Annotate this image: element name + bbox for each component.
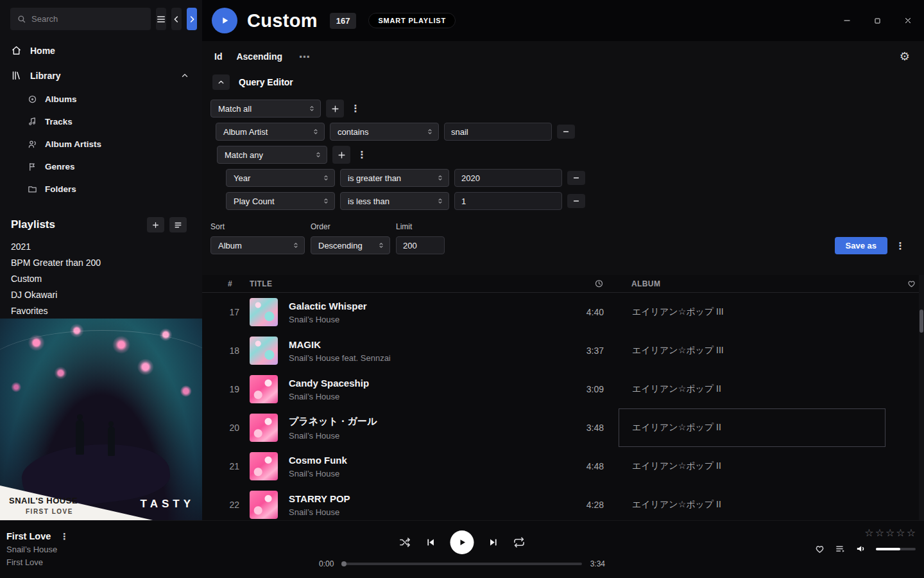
group-menu-button[interactable]: ⋮ (355, 146, 368, 164)
track-album[interactable]: エイリアン☆ポップ II (619, 408, 886, 447)
favorite-button[interactable] (814, 543, 825, 554)
rating-stars[interactable]: ☆ ☆ ☆ ☆ ☆ (864, 528, 916, 538)
sidebar-item-folders[interactable]: Folders (0, 178, 202, 200)
limit-input[interactable] (396, 236, 445, 254)
scrollbar-thumb[interactable] (920, 310, 923, 333)
save-as-button[interactable]: Save as (835, 237, 887, 254)
sidebar: Home Library Albums Tracks Album Artists (0, 0, 202, 520)
save-menu-button[interactable]: ⋮ (894, 237, 907, 254)
rule-value-input[interactable] (454, 169, 562, 187)
match-any-value: Match any (225, 150, 263, 160)
match-any-select[interactable]: Match any (217, 146, 327, 164)
track-album[interactable]: エイリアン☆ポップ III (619, 331, 886, 370)
next-track-button[interactable] (488, 537, 499, 548)
track-album[interactable]: エイリアン☆ポップ II (619, 486, 886, 520)
column-index[interactable]: # (228, 279, 239, 288)
sidebar-item-tracks[interactable]: Tracks (0, 110, 202, 133)
window-maximize-button[interactable] (872, 15, 883, 26)
track-title: Galactic Whisper (289, 301, 367, 311)
column-album[interactable]: ALBUM (619, 279, 886, 288)
sidebar-item-home[interactable]: Home (0, 38, 202, 63)
query-editor-collapse-button[interactable] (212, 74, 230, 90)
rule-operator-select[interactable]: contains (330, 123, 439, 141)
rule-value-input[interactable] (454, 192, 562, 210)
playlist-item[interactable]: DJ Okawari (0, 287, 202, 303)
playlist-item[interactable]: Custom (0, 271, 202, 287)
track-row[interactable]: 22 STARRY POP Snail’s House 4:28 エイリアン☆ポ… (202, 486, 924, 520)
star-icon[interactable]: ☆ (896, 528, 905, 538)
column-favorite[interactable] (886, 279, 924, 288)
sort-field-control[interactable]: Id (214, 51, 222, 62)
remove-rule-button[interactable] (557, 125, 575, 139)
window-close-button[interactable] (902, 15, 914, 26)
sidebar-item-albums[interactable]: Albums (0, 88, 202, 110)
track-favorite-cell[interactable] (886, 486, 924, 520)
search-box[interactable] (10, 8, 151, 30)
add-rule-button[interactable] (326, 100, 344, 118)
rule-field-select[interactable]: Album Artist (216, 123, 325, 141)
now-playing-menu-button[interactable]: ⋮ (60, 531, 69, 541)
repeat-button[interactable] (513, 536, 526, 548)
volume-slider[interactable] (876, 548, 916, 550)
track-favorite-cell[interactable] (886, 293, 924, 331)
track-album[interactable]: エイリアン☆ポップ II (619, 370, 886, 408)
rule-operator-select[interactable]: is less than (340, 192, 449, 210)
track-row[interactable]: 19 Candy Spaceship Snail’s House 3:09 エイ… (202, 370, 924, 408)
track-album[interactable]: エイリアン☆ポップ II (619, 447, 886, 486)
now-playing-artwork[interactable]: SNAIL'S HOUSE FIRST LOVE TASTY (0, 319, 202, 520)
playlist-item[interactable]: 2021 (0, 239, 202, 255)
sidebar-item-library[interactable]: Library (0, 63, 202, 88)
nav-forward-button[interactable] (187, 8, 197, 30)
star-icon[interactable]: ☆ (886, 528, 894, 538)
play-pause-button[interactable] (450, 530, 474, 554)
window-minimize-button[interactable] (841, 15, 853, 26)
track-row[interactable]: 18 MAGIK Snail’s House feat. Sennzai 3:3… (202, 331, 924, 370)
rule-field-select[interactable]: Play Count (226, 192, 335, 210)
match-all-select[interactable]: Match all (210, 100, 321, 118)
playlist-item[interactable]: BPM Greater than 200 (0, 255, 202, 271)
playlist-view-button[interactable] (169, 217, 187, 232)
rule-value-input[interactable] (444, 123, 552, 141)
rule-operator-select[interactable]: is greater than (340, 169, 449, 187)
order-select[interactable]: Descending (311, 236, 390, 254)
playlist-item[interactable]: Favorites (0, 303, 202, 319)
volume-button[interactable] (855, 543, 866, 554)
search-input[interactable] (31, 14, 144, 24)
rule-operator-value: is greater than (348, 173, 401, 183)
chevron-up-icon[interactable] (180, 71, 189, 80)
track-row[interactable]: 21 Cosmo Funk Snail’s House 4:48 エイリアン☆ポ… (202, 447, 924, 486)
add-playlist-button[interactable] (147, 217, 164, 232)
remove-rule-button[interactable] (567, 171, 585, 185)
order-label: Order (311, 222, 390, 231)
settings-gear-button[interactable]: ⚙ (900, 49, 910, 64)
sidebar-item-album-artists[interactable]: Album Artists (0, 133, 202, 155)
toolbar-more-button[interactable]: ⋯ (299, 50, 310, 64)
nav-back-button[interactable] (171, 8, 182, 30)
track-favorite-cell[interactable] (886, 331, 924, 370)
queue-button[interactable] (835, 543, 846, 554)
track-favorite-cell[interactable] (886, 370, 924, 408)
track-row[interactable]: 17 Galactic Whisper Snail’s House 4:40 エ… (202, 293, 924, 331)
seek-bar[interactable] (342, 563, 581, 565)
rule-group-menu-button[interactable]: ⋮ (349, 100, 362, 118)
add-group-rule-button[interactable] (332, 146, 350, 164)
seek-handle[interactable] (341, 561, 346, 566)
remove-rule-button[interactable] (567, 194, 585, 208)
play-playlist-button[interactable] (212, 8, 237, 33)
column-duration[interactable] (546, 279, 604, 288)
menu-button[interactable] (156, 8, 166, 30)
star-icon[interactable]: ☆ (907, 528, 916, 538)
track-row[interactable]: 20 プラネット・ガール Snail’s House 3:48 エイリアン☆ポッ… (202, 408, 924, 447)
track-favorite-cell[interactable] (886, 447, 924, 486)
sort-direction-control[interactable]: Ascending (236, 51, 282, 62)
rule-field-select[interactable]: Year (226, 169, 335, 187)
track-album[interactable]: エイリアン☆ポップ III (619, 293, 886, 331)
star-icon[interactable]: ☆ (875, 528, 884, 538)
track-favorite-cell[interactable] (886, 408, 924, 447)
previous-track-button[interactable] (425, 537, 436, 548)
column-title[interactable]: TITLE (250, 279, 546, 288)
star-icon[interactable]: ☆ (864, 528, 873, 538)
shuffle-button[interactable] (399, 536, 411, 548)
sidebar-item-genres[interactable]: Genres (0, 155, 202, 178)
sort-select[interactable]: Album (210, 236, 305, 254)
